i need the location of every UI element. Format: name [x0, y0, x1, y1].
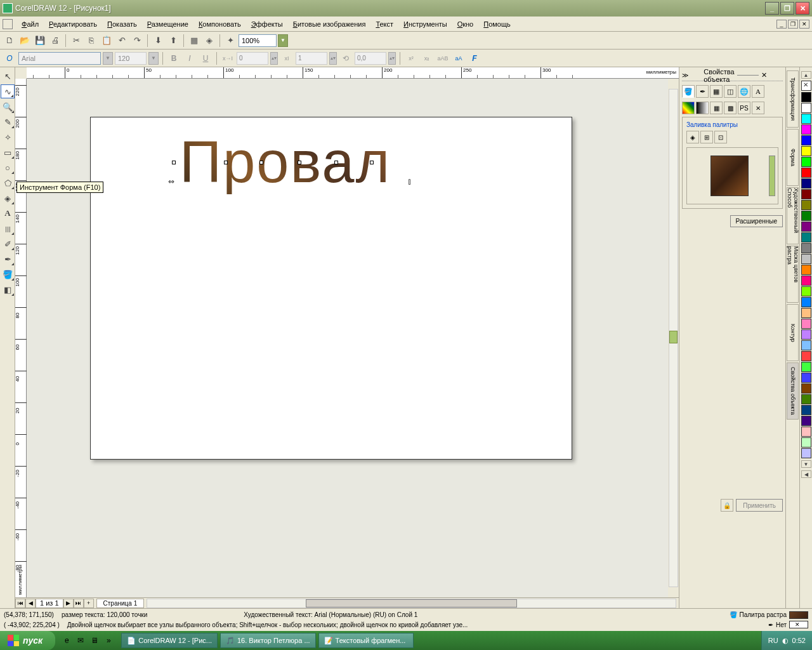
- docker-close-icon[interactable]: ✕: [761, 71, 783, 79]
- start-button[interactable]: пуск: [0, 631, 55, 650]
- undo-button[interactable]: ↶: [115, 34, 129, 48]
- underline-button[interactable]: U: [199, 51, 213, 65]
- color-swatch[interactable]: [801, 200, 811, 210]
- page-tab-1[interactable]: Страница 1: [96, 599, 145, 608]
- rectangle-tool[interactable]: ▭: [1, 145, 15, 159]
- color-swatch[interactable]: [801, 114, 811, 124]
- text-tab[interactable]: A: [752, 85, 764, 98]
- allcaps-button[interactable]: aAB: [436, 51, 450, 65]
- selection-handle[interactable]: [334, 161, 338, 164]
- fill-tool[interactable]: 🪣: [1, 267, 15, 281]
- tab-shape[interactable]: Форма: [787, 129, 799, 186]
- paste-button[interactable]: 📋: [100, 34, 114, 48]
- options-button[interactable]: ✦: [223, 34, 237, 48]
- open-button[interactable]: 📂: [18, 34, 32, 48]
- maximize-button[interactable]: ❐: [780, 2, 794, 15]
- color-swatch[interactable]: [801, 383, 811, 394]
- minimize-button[interactable]: _: [765, 2, 779, 15]
- superscript-button[interactable]: x²: [404, 51, 418, 65]
- color-swatch[interactable]: [801, 157, 811, 167]
- tab-object-properties[interactable]: Свойства объекта: [787, 362, 799, 420]
- tab-artistic[interactable]: Художественный Способ: [787, 187, 799, 244]
- tab-mask[interactable]: Маска цветов растра: [787, 246, 799, 303]
- text-tool[interactable]: A: [1, 206, 15, 220]
- color-swatch[interactable]: [801, 168, 811, 178]
- selection-handle[interactable]: [172, 161, 176, 164]
- color-swatch[interactable]: [801, 135, 811, 145]
- prev-page-button[interactable]: ◀: [25, 599, 36, 608]
- color-swatch[interactable]: [801, 232, 811, 242]
- tray-icon[interactable]: ◐: [782, 637, 789, 645]
- color-swatch[interactable]: [801, 146, 811, 156]
- bold-button[interactable]: B: [167, 51, 181, 65]
- menu-bitmaps[interactable]: Битовые изображения: [288, 18, 371, 30]
- menu-arrange[interactable]: Компоновать: [193, 18, 246, 30]
- add-page-button[interactable]: +: [84, 599, 94, 608]
- text-arrow-left[interactable]: ⇔: [168, 177, 174, 186]
- pattern-fill-button[interactable]: ▦: [710, 102, 723, 114]
- size-dropdown[interactable]: ▼: [148, 52, 159, 65]
- color-swatch[interactable]: [801, 178, 811, 189]
- new-button[interactable]: 🗋: [3, 34, 16, 48]
- last-page-button[interactable]: ⏭: [74, 599, 84, 608]
- internet-tab[interactable]: 🌐: [738, 85, 750, 98]
- artistic-text-object[interactable]: Провал: [180, 129, 391, 196]
- menu-file[interactable]: Файл: [16, 18, 44, 30]
- color-swatch[interactable]: [801, 405, 811, 415]
- smart-draw-tool[interactable]: ✧: [1, 130, 15, 144]
- blend-tool[interactable]: ⫼: [1, 222, 15, 235]
- ql-mail-icon[interactable]: ✉: [74, 633, 87, 647]
- kerning-arrows[interactable]: ▴▾: [270, 52, 278, 65]
- app-launcher-button[interactable]: ▦: [187, 34, 201, 48]
- scroll-thumb-v[interactable]: [669, 331, 678, 343]
- palette-btn-2[interactable]: ⊞: [700, 131, 713, 143]
- redo-button[interactable]: ↷: [130, 34, 144, 48]
- taskbar-task-coreldraw[interactable]: 📄 CorelDRAW 12 - [Рис...: [121, 633, 218, 648]
- menu-tools[interactable]: Инструменты: [398, 18, 452, 30]
- ellipse-tool[interactable]: ○: [1, 161, 15, 175]
- close-button[interactable]: ✕: [796, 2, 809, 15]
- font-size-combo[interactable]: 120: [115, 52, 147, 65]
- canvas[interactable]: Провал ⇔ ⫿: [27, 79, 679, 597]
- color-swatch[interactable]: [801, 286, 811, 296]
- uniform-fill-button[interactable]: [682, 102, 695, 114]
- outline-swatch[interactable]: [789, 621, 808, 628]
- corel-button[interactable]: ◈: [202, 34, 216, 48]
- first-page-button[interactable]: ⏮: [15, 599, 25, 608]
- palette-flyout-arrow[interactable]: ◀: [801, 470, 811, 478]
- color-swatch[interactable]: [801, 275, 811, 286]
- color-swatch[interactable]: [801, 319, 811, 329]
- no-color-swatch[interactable]: [801, 81, 811, 91]
- color-swatch[interactable]: [801, 265, 811, 275]
- texture-preview[interactable]: [710, 156, 749, 196]
- color-swatch[interactable]: [801, 243, 811, 253]
- next-page-button[interactable]: ▶: [63, 599, 74, 608]
- selection-handle[interactable]: [259, 161, 263, 164]
- font-combo[interactable]: Arial: [18, 52, 101, 65]
- interactive-fill-tool[interactable]: ◧: [1, 282, 15, 296]
- selection-handle[interactable]: [298, 161, 301, 164]
- menu-window[interactable]: Окно: [452, 18, 479, 30]
- outline-tool[interactable]: ✒: [1, 252, 15, 266]
- tray-lang[interactable]: RU: [768, 637, 778, 644]
- tab-outline[interactable]: Контур: [787, 304, 799, 361]
- taskbar-task-3[interactable]: 📝 Текстовый фрагмен...: [318, 633, 414, 648]
- palette-btn-1[interactable]: ◈: [686, 131, 699, 143]
- scroll-thumb-h[interactable]: [306, 599, 517, 607]
- color-swatch[interactable]: [801, 329, 811, 340]
- export-button[interactable]: ⬆: [166, 34, 180, 48]
- smallcaps-button[interactable]: aA: [452, 51, 466, 65]
- color-swatch[interactable]: [801, 362, 811, 372]
- angle-spinner[interactable]: 0,0: [355, 52, 386, 65]
- format-text-button[interactable]: F: [468, 51, 481, 65]
- color-swatch[interactable]: [801, 103, 811, 113]
- menu-effects[interactable]: Эффекты: [246, 18, 288, 30]
- color-swatch[interactable]: [801, 351, 811, 361]
- color-swatch[interactable]: [801, 373, 811, 383]
- copy-button[interactable]: ⎘: [84, 34, 98, 48]
- pick-tool[interactable]: ↖: [1, 69, 15, 83]
- selection-handle[interactable]: [224, 161, 228, 164]
- mdi-minimize[interactable]: _: [776, 20, 787, 29]
- color-swatch[interactable]: [801, 308, 811, 318]
- selection-handle[interactable]: [370, 161, 374, 164]
